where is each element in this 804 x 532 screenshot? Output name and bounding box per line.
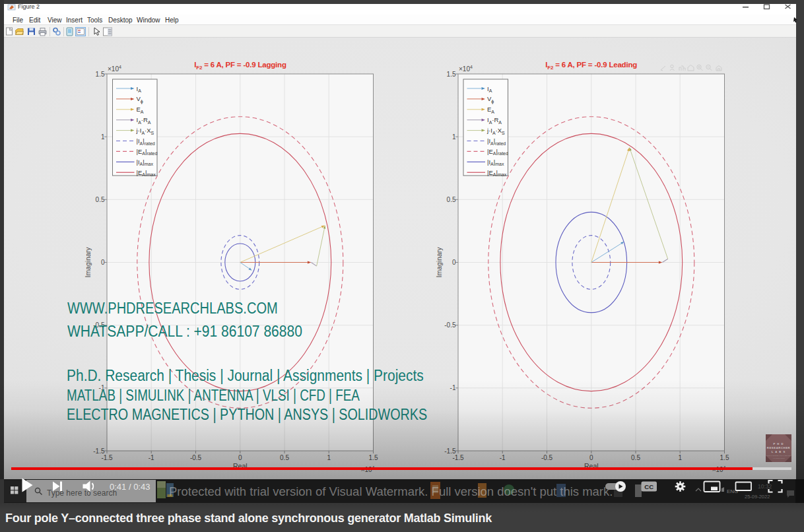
svg-text:IF2 = 6 A, PF = -0.9 Lagging: IF2 = 6 A, PF = -0.9 Lagging (194, 61, 286, 71)
svg-text:0.5: 0.5 (96, 196, 105, 203)
svg-text:IF2 = 6 A, PF = -0.9 Leading: IF2 = 6 A, PF = -0.9 Leading (545, 61, 637, 71)
svg-text:×104: ×104 (459, 65, 473, 73)
svg-text:0: 0 (452, 259, 456, 266)
svg-text:1.5: 1.5 (96, 71, 105, 78)
svg-text:1: 1 (452, 133, 456, 141)
svg-text:CC: CC (644, 483, 653, 490)
svg-text:1.5: 1.5 (447, 71, 456, 78)
svg-text:-0.5: -0.5 (444, 321, 456, 329)
svg-text:Imaginary: Imaginary (84, 247, 92, 278)
svg-text:0:41 / 0:43: 0:41 / 0:43 (110, 482, 150, 492)
svg-text:1: 1 (101, 133, 105, 141)
svg-text:Imaginary: Imaginary (435, 247, 443, 278)
svg-text:×104: ×104 (108, 65, 121, 73)
svg-text:0.5: 0.5 (447, 196, 456, 203)
svg-text:0: 0 (101, 259, 105, 266)
